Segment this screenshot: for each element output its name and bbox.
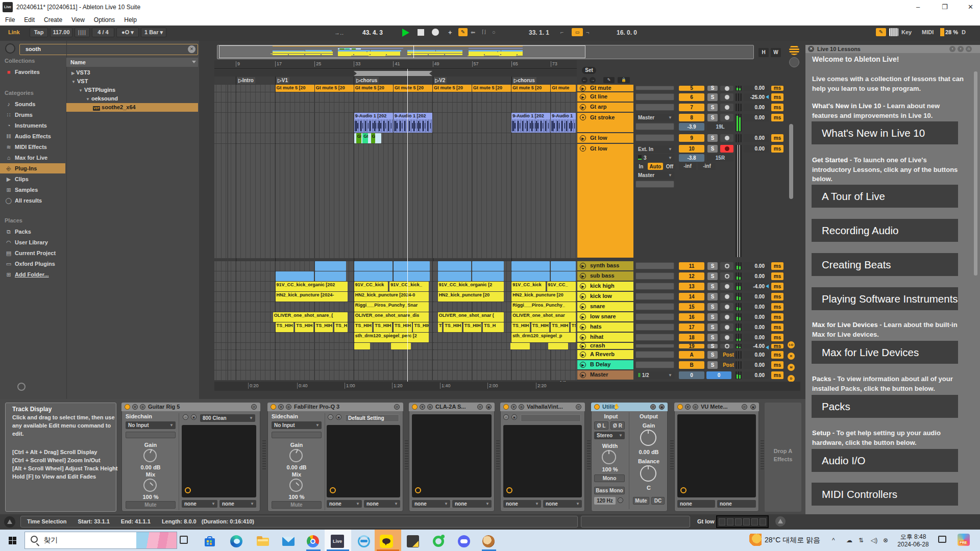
track-header-14[interactable]: ▶crash: [577, 343, 633, 349]
plugin-panel-toggle[interactable]: [185, 487, 191, 493]
vertical-scrollbar[interactable]: [789, 124, 793, 199]
clip[interactable]: TS_HIH: [276, 322, 294, 332]
clip[interactable]: sth_drm120_spiegel_p: [511, 333, 576, 342]
lesson-button-3[interactable]: What's New in Live 10: [812, 121, 958, 144]
fold-icon[interactable]: ▼: [580, 145, 586, 152]
loop-button[interactable]: ▭: [572, 28, 583, 36]
unfold-icon[interactable]: ▶: [580, 135, 586, 141]
clip[interactable]: 91V_CC_kick: [511, 282, 545, 291]
volume-field[interactable]: 0.00: [744, 114, 769, 121]
clip[interactable]: 91V_CC_: [547, 282, 576, 291]
volume-field[interactable]: 0.00: [744, 145, 769, 153]
track-number[interactable]: B: [679, 361, 704, 369]
mix-knob[interactable]: [143, 479, 157, 492]
ms-button[interactable]: ms: [771, 323, 783, 331]
device-fold-icon[interactable]: ▼: [511, 404, 517, 410]
track-header-17[interactable]: ▶Master: [577, 370, 633, 380]
clip[interactable]: Gt mute 5 [20: [354, 85, 393, 92]
clip[interactable]: [472, 271, 504, 281]
ms-button[interactable]: ms: [771, 283, 783, 290]
track-header-7[interactable]: ▶sub bass: [577, 271, 633, 281]
ms-button[interactable]: ms: [771, 371, 783, 379]
clip[interactable]: 91V_CC_kick_: [389, 282, 429, 291]
tree-row-soothe2_x64[interactable]: VST soothe2_x64: [66, 103, 198, 112]
track-number[interactable]: 19: [679, 344, 704, 348]
arm-button[interactable]: [720, 323, 733, 331]
balance-knob[interactable]: [640, 465, 656, 482]
expand-icon[interactable]: ▶: [71, 71, 75, 76]
clip[interactable]: HN2_kick_puncture [20: [511, 292, 576, 302]
track-number[interactable]: 6: [679, 93, 704, 101]
hot-swap-icon[interactable]: ⟳: [477, 404, 483, 410]
position-display[interactable]: 43. 4. 3: [351, 29, 394, 36]
solo-button[interactable]: S: [707, 313, 718, 321]
dc-button[interactable]: DC: [651, 497, 665, 505]
taskbar-icon-mail[interactable]: [282, 535, 295, 548]
clip[interactable]: [438, 261, 471, 271]
toggle-R[interactable]: R: [788, 353, 795, 360]
mute-button[interactable]: Mute: [272, 501, 322, 509]
pan-right-field[interactable]: 19L: [707, 123, 733, 131]
tray-volume-icon[interactable]: ◁): [871, 537, 877, 544]
mono-button[interactable]: Mono: [594, 474, 625, 482]
clip[interactable]: Gt mute 5 [20: [511, 85, 550, 92]
kbd-midi-icon[interactable]: [889, 28, 898, 36]
key-map-button[interactable]: Key: [901, 29, 912, 35]
utility-mute-button[interactable]: Mute: [633, 497, 649, 505]
clip[interactable]: [315, 261, 347, 271]
quantize-selector[interactable]: 1 Bar ▾: [141, 28, 166, 37]
device-on-button[interactable]: [271, 404, 276, 410]
unfold-icon[interactable]: ▶: [580, 304, 586, 310]
pan-right-field[interactable]: 15R: [707, 154, 733, 162]
solo-button[interactable]: S: [707, 323, 718, 331]
device-wrench-icon[interactable]: ⚙: [693, 404, 698, 410]
unfold-icon[interactable]: ▶: [580, 334, 586, 340]
track-number[interactable]: 9: [679, 134, 704, 142]
stop-button[interactable]: [418, 29, 424, 36]
prev-marker-button[interactable]: ←: [581, 77, 587, 83]
clip[interactable]: Gt mute 5 [20: [394, 85, 432, 92]
mix-knob[interactable]: [289, 479, 303, 492]
signature-field[interactable]: 4 / 4: [92, 28, 114, 37]
search-clear-icon[interactable]: ✕: [188, 45, 195, 53]
clip[interactable]: Riggi___Piros_Punchy_Snar: [354, 302, 429, 312]
device-fold-icon[interactable]: ▼: [278, 404, 284, 410]
clip[interactable]: [511, 271, 550, 281]
ms-button[interactable]: ms: [771, 293, 783, 300]
clip[interactable]: TS_: [438, 322, 443, 332]
clip[interactable]: 9-Audio 1 [202: [354, 113, 393, 133]
clip[interactable]: [315, 271, 347, 281]
clip[interactable]: Gt mute 5 [20: [433, 85, 472, 92]
unfold-icon[interactable]: ▶: [580, 372, 586, 378]
tree-row-vstplugins[interactable]: ▼ VSTPlugins: [66, 86, 198, 94]
clip[interactable]: [548, 343, 568, 349]
track-header-2[interactable]: ▶Gt arp: [577, 103, 633, 112]
clip[interactable]: [276, 271, 314, 281]
device-fold-icon[interactable]: ▼: [420, 404, 425, 410]
preset-field[interactable]: [521, 414, 581, 422]
clip[interactable]: 9-Audio 1 [202: [394, 113, 432, 133]
arm-button[interactable]: [720, 272, 733, 280]
track-header-3[interactable]: ▼Gt stroke: [577, 113, 633, 132]
clip[interactable]: Gt mute 5 [20: [472, 85, 511, 92]
headphone-icon[interactable]: ◠: [618, 497, 623, 503]
track-number[interactable]: 12: [679, 272, 704, 280]
clip[interactable]: TS_HIH: [444, 322, 462, 332]
lesson-button-15[interactable]: MIDI Controllers: [812, 483, 958, 506]
track-header-13[interactable]: ▶hihat: [577, 333, 633, 342]
clip[interactable]: TS_HIH: [413, 322, 429, 332]
add-locator-button[interactable]: +: [448, 29, 452, 36]
unfold-icon[interactable]: ▶: [580, 314, 586, 320]
punch-out-icon[interactable]: ¬: [586, 29, 589, 35]
plugin-panel-toggle[interactable]: [330, 487, 336, 493]
plugin-panel-toggle[interactable]: [680, 487, 687, 493]
volume-field[interactable]: 0.00: [744, 351, 769, 359]
search-input[interactable]: [19, 44, 198, 55]
clip[interactable]: Gt mute 5 [20: [315, 85, 354, 92]
track-header-15[interactable]: ▶A Reverb: [577, 350, 633, 359]
clip[interactable]: [394, 261, 430, 271]
sidebar-item-packs[interactable]: ⧉Packs: [0, 227, 65, 237]
draw-mode-button[interactable]: ✎: [458, 28, 468, 36]
unfold-icon[interactable]: ▶: [580, 343, 586, 349]
preset-selector[interactable]: 800 Clean▼: [200, 414, 255, 422]
